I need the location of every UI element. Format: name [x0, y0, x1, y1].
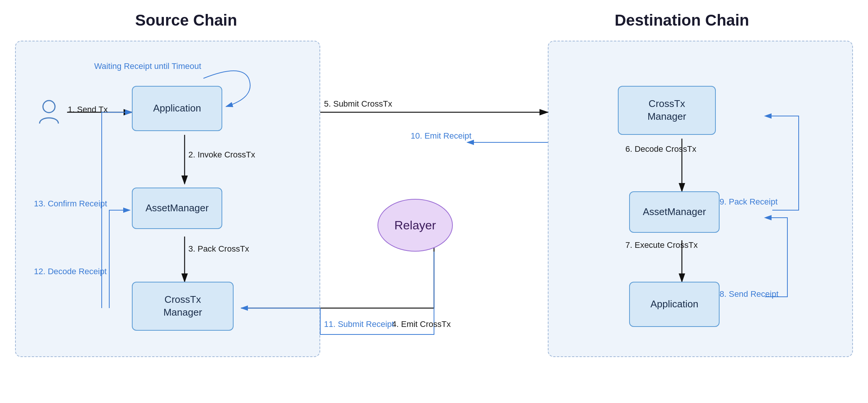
source-application-node: Application [132, 86, 222, 131]
waiting-label: Waiting Receipt until Timeout [94, 61, 201, 71]
dest-application-node: Application [629, 282, 720, 327]
pack-label: 3. Pack CrossTx [188, 244, 249, 254]
emit-receipt-label: 10. Emit Receipt [411, 131, 471, 141]
submit-crosstx-label: 5. Submit CrossTx [324, 99, 392, 109]
dest-assetmanager-node: AssetManager [629, 191, 720, 233]
confirm-receipt-label: 13. Confirm Receipt [34, 199, 107, 209]
source-chain-title: Source Chain [135, 11, 237, 29]
source-crosstx-node: CrossTx Manager [132, 282, 234, 331]
dest-chain-title: Destination Chain [614, 11, 749, 29]
source-assetmanager-node: AssetManager [132, 188, 222, 229]
send-tx-label: 1. Send Tx [68, 105, 108, 114]
emit-crosstx-label: 4. Emit CrossTx [392, 319, 451, 329]
send-receipt-label: 8. Send Receipt [720, 289, 779, 299]
headers-row: Source Chain Destination Chain [0, 11, 868, 29]
decode-crosstx-label: 6. Decode CrossTx [625, 144, 696, 154]
diagram-container: Source Chain Destination Chain [0, 0, 868, 403]
main-diagram: 1. Send Tx Waiting Receipt until Timeout… [15, 41, 853, 372]
execute-crosstx-label: 7. Execute CrossTx [625, 240, 698, 250]
decode-receipt-src-label: 12. Decode Receipt [34, 267, 107, 276]
user-icon [38, 99, 60, 130]
submit-receipt-label: 11. Submit Receipt [324, 319, 394, 329]
pack-receipt-label: 9. Pack Receipt [720, 197, 778, 207]
invoke-label: 2. Invoke CrossTx [188, 150, 255, 160]
svg-point-11 [43, 101, 55, 113]
relayer-node: Relayer [377, 199, 453, 252]
dest-crosstx-node: CrossTx Manager [618, 86, 716, 135]
